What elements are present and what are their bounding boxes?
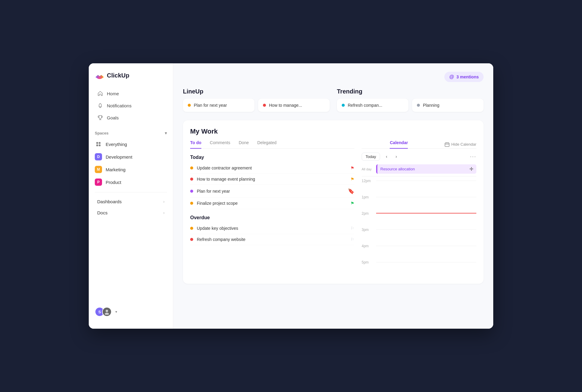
task-dot-red [190, 178, 193, 181]
dot-red [263, 104, 266, 107]
spaces-label: Spaces [95, 131, 109, 135]
tab-delegated[interactable]: Delegated [257, 140, 277, 149]
task-dot-orange [190, 166, 193, 169]
task-item-overdue2[interactable]: Refresh company website ⚐ [190, 234, 354, 245]
time-label-1pm: 1pm [362, 195, 376, 199]
sidebar-item-product[interactable]: P Product [95, 176, 167, 188]
task-name-4: Finalize project scope [197, 201, 350, 206]
logo-area: ClickUp [89, 71, 173, 87]
sidebar-item-development[interactable]: D Development [95, 150, 167, 163]
time-line [376, 246, 476, 246]
task-name-o2: Refresh company website [197, 237, 350, 242]
lineup-cards: Plan for next year How to manage... [183, 99, 330, 112]
lineup-card-manage[interactable]: How to manage... [258, 99, 330, 112]
top-bar: @ 3 mentions [183, 72, 484, 82]
task-name-1: Update contractor agreement [197, 166, 350, 170]
task-item-overdue1[interactable]: Update key objectives ⚐ [190, 223, 354, 234]
mentions-button[interactable]: @ 3 mentions [444, 72, 484, 82]
sidebar-item-everything[interactable]: Everything [95, 138, 167, 150]
bell-icon [97, 103, 103, 109]
time-label-4pm: 4pm [362, 244, 376, 248]
sidebar-bottom: S ▾ [89, 302, 173, 321]
avatar-person[interactable] [102, 307, 112, 317]
prev-arrow[interactable]: ‹ [382, 152, 391, 161]
sidebar-item-dashboards[interactable]: Dashboards › [91, 196, 171, 207]
sidebar-item-marketing[interactable]: M Marketing [95, 163, 167, 176]
time-label-2pm: 2pm [362, 211, 376, 216]
task-item[interactable]: Finalize project scope ⚑ [190, 198, 354, 209]
calendar-nav-arrows: ‹ › [382, 152, 401, 161]
svg-rect-1 [99, 142, 101, 144]
sidebar-divider [95, 192, 167, 192]
lineup-section: LineUp Plan for next year How to manage.… [183, 88, 330, 112]
calendar-more-button[interactable]: ··· [470, 153, 476, 160]
hide-calendar-label: Hide Calendar [451, 142, 476, 147]
spaces-header[interactable]: Spaces ▾ [95, 128, 167, 138]
mentions-label: 3 mentions [456, 74, 479, 79]
flag-icon-green: ⚑ [350, 201, 354, 206]
cal-tab-calendar[interactable]: Calendar [390, 140, 408, 149]
next-arrow[interactable]: › [392, 152, 401, 161]
logo-text: ClickUp [107, 72, 129, 79]
hide-calendar-button[interactable]: Hide Calendar [445, 140, 476, 148]
flag-icon-red: ⚑ [350, 166, 354, 170]
cal-time-row-4pm: 4pm [362, 244, 476, 260]
tab-done[interactable]: Done [239, 140, 249, 149]
trending-card-planning[interactable]: Planning [412, 99, 484, 112]
lineup-card-plan[interactable]: Plan for next year [183, 99, 254, 112]
overdue-group: Overdue Update key objectives ⚐ Refresh … [190, 215, 354, 245]
time-label-3pm: 3pm [362, 228, 376, 232]
sidebar: ClickUp Home Notifications Goals Spaces [89, 63, 173, 329]
work-layout: To do Comments Done Delegated Today Upda… [190, 140, 476, 277]
task-name-3: Plan for next year [197, 189, 348, 194]
sidebar-item-home-label: Home [107, 91, 119, 96]
sidebar-item-docs[interactable]: Docs › [91, 207, 171, 218]
overdue-label: Overdue [190, 215, 354, 220]
my-work-title: My Work [190, 128, 476, 135]
avatar-dropdown-arrow[interactable]: ▾ [115, 310, 117, 314]
task-item[interactable]: How to manage event planning ⚑ [190, 174, 354, 185]
today-label: Today [190, 155, 354, 160]
trending-card-planning-label: Planning [423, 103, 440, 108]
resource-event[interactable]: Resource allocation ✛ [376, 164, 476, 174]
cal-time-row-5pm: 5pm [362, 260, 476, 277]
calendar-icon [445, 142, 449, 147]
trending-card-refresh[interactable]: Refresh compan... [337, 99, 408, 112]
sidebar-item-notifications[interactable]: Notifications [91, 100, 171, 112]
sidebar-item-home[interactable]: Home [91, 87, 171, 100]
time-line [376, 181, 476, 181]
svg-rect-3 [99, 144, 101, 146]
sidebar-item-goals[interactable]: Goals [91, 112, 171, 124]
trophy-icon [97, 115, 103, 121]
cal-time-row-2pm: 2pm [362, 211, 476, 228]
event-label: Resource allocation [380, 167, 415, 171]
trending-section: Trending Refresh compan... Planning [337, 88, 484, 112]
task-item[interactable]: Update contractor agreement ⚑ [190, 163, 354, 174]
lineup-title: LineUp [183, 88, 330, 95]
tab-todo[interactable]: To do [190, 140, 201, 149]
today-button[interactable]: Today [362, 153, 380, 161]
chevron-right-icon-docs: › [163, 210, 165, 215]
work-tabs: To do Comments Done Delegated [190, 140, 354, 149]
spaces-section: Spaces ▾ Everything D Development M Mark… [89, 128, 173, 188]
svg-point-5 [105, 313, 109, 315]
cal-times-section: 12pm 1pm 2pm 3pm [362, 179, 476, 277]
task-item[interactable]: Plan for next year 🔖 [190, 185, 354, 198]
development-space-icon: D [95, 153, 102, 160]
today-group: Today Update contractor agreement ⚑ How … [190, 155, 354, 209]
task-dot-o2 [190, 238, 193, 241]
move-icon: ✛ [469, 166, 473, 172]
clickup-logo-icon [95, 71, 104, 80]
cal-tabs: Calendar Hide Calendar [362, 140, 476, 149]
chevron-down-icon: ▾ [165, 131, 167, 135]
time-label-12pm: 12pm [362, 179, 376, 183]
home-icon [97, 90, 103, 96]
svg-rect-0 [96, 142, 98, 144]
calendar-section: Calendar Hide Calendar Today ‹ › [362, 140, 476, 277]
tab-comments[interactable]: Comments [210, 140, 230, 149]
cal-time-row-12pm: 12pm [362, 179, 476, 195]
current-time-line [376, 213, 476, 213]
sections-row: LineUp Plan for next year How to manage.… [183, 88, 484, 112]
svg-point-4 [106, 310, 108, 312]
cal-time-row-1pm: 1pm [362, 195, 476, 211]
